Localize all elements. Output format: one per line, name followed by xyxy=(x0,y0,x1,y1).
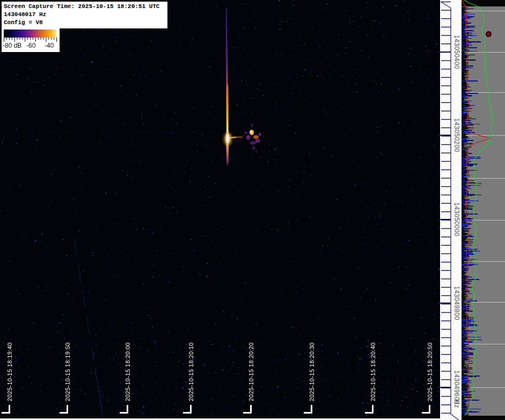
time-axis-label: 2025-10-15 18:20:20 xyxy=(248,342,254,401)
spectrum-panel xyxy=(462,0,505,420)
waterfall-spectrogram: 2025-10-15 18:19:402025-10-15 18:19:5020… xyxy=(0,0,440,420)
time-axis-label: 2025-10-15 18:20:40 xyxy=(370,342,376,401)
time-axis-label: 2025-10-15 18:20:00 xyxy=(125,342,131,401)
time-axis-label: 2025-10-15 18:19:40 xyxy=(6,342,13,401)
time-axis-tick-foot xyxy=(120,412,127,414)
time-axis-label: 2025-10-15 18:20:30 xyxy=(309,342,315,401)
frequency-axis-label: 143050000 xyxy=(453,202,460,237)
colorbar-label-max: -40 xyxy=(45,42,54,49)
colorbar: -80 dB -60 -40 xyxy=(2,28,60,52)
meteor-head-echo xyxy=(224,8,243,166)
center-frequency-text: 143048017 Hz xyxy=(4,11,165,19)
colorbar-gradient xyxy=(4,30,57,38)
config-text: Config = V8 xyxy=(4,19,165,27)
time-axis-tick-foot xyxy=(304,412,311,414)
frequency-axis-label: 143049800 xyxy=(453,286,460,320)
spectrogram-screen-capture: 2025-10-15 18:19:402025-10-15 18:19:5020… xyxy=(0,0,505,420)
capture-info-box: Screen Capture Time: 2025-10-15 18:20:51… xyxy=(1,1,168,29)
colorbar-label-mid: -60 xyxy=(26,42,35,49)
time-axis-tick-foot xyxy=(365,412,372,414)
time-axis-tick-foot xyxy=(243,412,251,414)
time-axis-label: 2025-10-15 18:20:10 xyxy=(188,342,194,401)
capture-time-text: Screen Capture Time: 2025-10-15 18:20:51… xyxy=(4,3,165,11)
time-axis-label: 2025-10-15 18:20:50 xyxy=(427,342,433,401)
frequency-axis-label: 143050400 xyxy=(453,35,460,69)
meteor-trail-echo xyxy=(244,122,261,161)
frequency-axis-label: 143050200 xyxy=(453,118,460,152)
marker-dot xyxy=(486,31,492,37)
colorbar-label-min: -80 dB xyxy=(3,42,21,49)
time-axis-tick-foot xyxy=(2,412,9,414)
time-axis-tick-foot xyxy=(183,412,191,414)
time-axis-label: 2025-10-15 18:19:50 xyxy=(64,342,71,401)
time-axis-tick-foot xyxy=(422,412,429,414)
frequency-axis-unit: Hz xyxy=(453,400,460,408)
frequency-axis: 1430504001430502001430500001430498001430… xyxy=(440,0,462,420)
time-axis-tick-foot xyxy=(60,412,67,414)
spectrum-canvas xyxy=(462,0,505,420)
